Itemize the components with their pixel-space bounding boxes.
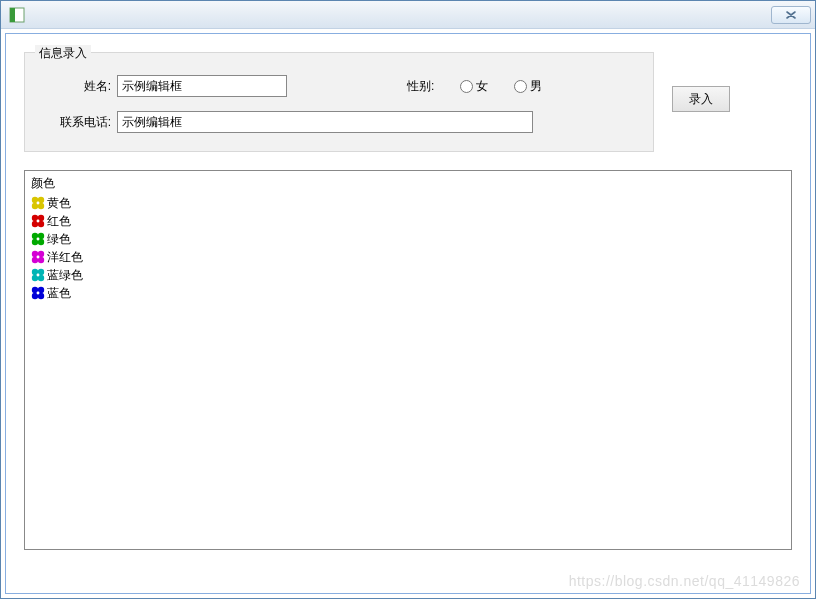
tree-item[interactable]: 绿色 <box>31 230 785 248</box>
flower-icon <box>31 196 45 210</box>
client-area: 信息录入 姓名: 性别: 女 男 <box>5 33 811 594</box>
svg-rect-1 <box>10 8 15 22</box>
svg-point-21 <box>37 256 40 259</box>
titlebar <box>1 1 815 29</box>
name-label: 姓名: <box>45 78 117 95</box>
row-phone: 联系电话: <box>45 111 633 133</box>
color-tree[interactable]: 颜色 黄色红色绿色洋红色蓝绿色蓝色 <box>24 170 792 550</box>
window-close-button[interactable] <box>771 6 811 24</box>
app-icon <box>9 7 25 23</box>
flower-icon <box>31 232 45 246</box>
group-legend: 信息录入 <box>35 45 91 62</box>
tree-item-label: 黄色 <box>47 195 71 212</box>
svg-point-26 <box>37 274 40 277</box>
tree-item[interactable]: 红色 <box>31 212 785 230</box>
name-input[interactable] <box>117 75 287 97</box>
svg-point-31 <box>37 292 40 295</box>
gender-label: 性别: <box>407 78 434 95</box>
tree-item[interactable]: 蓝色 <box>31 284 785 302</box>
gender-female-option[interactable]: 女 <box>460 78 488 95</box>
tree-item[interactable]: 洋红色 <box>31 248 785 266</box>
flower-icon <box>31 214 45 228</box>
gender-block: 性别: 女 男 <box>407 78 542 95</box>
flower-icon <box>31 250 45 264</box>
tree-item-label: 蓝色 <box>47 285 71 302</box>
phone-input[interactable] <box>117 111 533 133</box>
submit-button[interactable]: 录入 <box>672 86 730 112</box>
gender-male-option[interactable]: 男 <box>514 78 542 95</box>
phone-label: 联系电话: <box>45 114 117 131</box>
tree-item[interactable]: 蓝绿色 <box>31 266 785 284</box>
tree-item-label: 绿色 <box>47 231 71 248</box>
flower-icon <box>31 268 45 282</box>
gender-male-radio[interactable] <box>514 80 527 93</box>
submit-wrap: 录入 <box>672 52 730 112</box>
svg-point-6 <box>37 202 40 205</box>
watermark-text: https://blog.csdn.net/qq_41149826 <box>569 573 800 589</box>
tree-root-label[interactable]: 颜色 <box>31 175 785 192</box>
tree-item[interactable]: 黄色 <box>31 194 785 212</box>
top-row: 信息录入 姓名: 性别: 女 男 <box>24 52 792 152</box>
flower-icon <box>31 286 45 300</box>
row-name-gender: 姓名: 性别: 女 男 <box>45 75 633 97</box>
gender-female-radio[interactable] <box>460 80 473 93</box>
info-entry-group: 信息录入 姓名: 性别: 女 男 <box>24 52 654 152</box>
tree-item-label: 红色 <box>47 213 71 230</box>
tree-item-label: 蓝绿色 <box>47 267 83 284</box>
gender-female-text: 女 <box>476 78 488 95</box>
svg-point-16 <box>37 238 40 241</box>
tree-item-label: 洋红色 <box>47 249 83 266</box>
close-icon <box>785 10 797 20</box>
svg-point-11 <box>37 220 40 223</box>
gender-male-text: 男 <box>530 78 542 95</box>
app-window: 信息录入 姓名: 性别: 女 男 <box>0 0 816 599</box>
